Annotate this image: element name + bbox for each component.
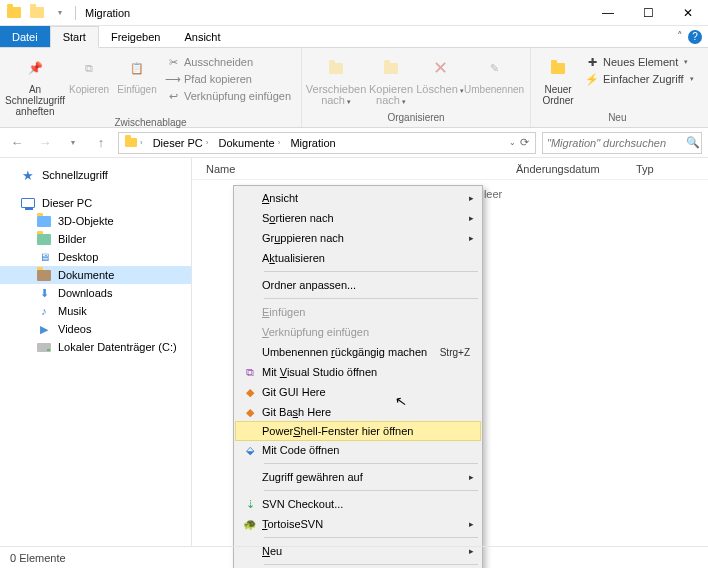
new-item-button[interactable]: ✚Neues Element▾: [581, 54, 698, 70]
ctx-sep: [264, 298, 478, 299]
ctx-group[interactable]: Gruppieren nach▸: [236, 228, 480, 248]
tree-music[interactable]: ♪Musik: [0, 302, 191, 320]
ctx-grant-access[interactable]: Zugriff gewähren auf▸: [236, 467, 480, 487]
recent-dropdown[interactable]: ▾: [62, 132, 84, 154]
crumb-root-icon[interactable]: ›: [121, 138, 147, 147]
navigation-tree[interactable]: ★Schnellzugriff Dieser PC 3D-Objekte Bil…: [0, 158, 192, 546]
tree-downloads[interactable]: ⬇Downloads: [0, 284, 191, 302]
ctx-powershell-here[interactable]: PowerShell-Fenster hier öffnen: [235, 421, 481, 441]
desktop-icon: 🖥: [36, 249, 52, 265]
ribbon-group-new: Neuer Ordner ✚Neues Element▾ ⚡Einfacher …: [531, 48, 704, 127]
ctx-open-code[interactable]: ⬙Mit Code öffnen: [236, 440, 480, 460]
ctx-sep: [264, 537, 478, 538]
qat-dropdown[interactable]: ▾: [50, 3, 70, 23]
vscode-icon: ⬙: [240, 442, 260, 458]
tree-videos[interactable]: ▶Videos: [0, 320, 191, 338]
ctx-refresh[interactable]: Aktualisieren: [236, 248, 480, 268]
rename-button[interactable]: ✎ Umbenennen: [464, 50, 524, 95]
search-icon[interactable]: 🔍: [686, 136, 700, 149]
ctx-paste-link: Verknüpfung einfügen: [236, 322, 480, 342]
delete-button[interactable]: ✕ Löschen▾: [418, 50, 462, 96]
search-box[interactable]: 🔍: [542, 132, 702, 154]
col-name[interactable]: Name: [198, 163, 508, 175]
ctx-sort[interactable]: Sortieren nach▸: [236, 208, 480, 228]
tree-thispc[interactable]: Dieser PC: [0, 194, 191, 212]
ribbon-group-clipboard: 📌 An Schnellzugriff anheften ⧉ Kopieren …: [0, 48, 302, 127]
crumb-documents[interactable]: Dokumente›: [214, 137, 284, 149]
chevron-up-icon: ˄: [672, 30, 688, 43]
crumb-migration[interactable]: Migration: [286, 137, 339, 149]
up-button[interactable]: ↑: [90, 132, 112, 154]
col-type[interactable]: Typ: [628, 163, 708, 175]
ctx-undo-rename[interactable]: Umbenennen rückgängig machenStrg+Z: [236, 342, 480, 362]
tab-file[interactable]: Datei: [0, 26, 50, 47]
new-folder-button[interactable]: Neuer Ordner: [537, 50, 579, 106]
folder-icon: [4, 3, 24, 23]
move-to-button[interactable]: Verschieben nach▾: [308, 50, 364, 107]
delete-icon: ✕: [426, 54, 454, 82]
easy-access-button[interactable]: ⚡Einfacher Zugriff▾: [581, 71, 698, 87]
ctx-view[interactable]: Ansicht▸: [236, 188, 480, 208]
address-bar[interactable]: › Dieser PC› Dokumente› Migration ⌄ ⟳: [118, 132, 536, 154]
pin-quickaccess-button[interactable]: 📌 An Schnellzugriff anheften: [6, 50, 64, 117]
copy-button[interactable]: ⧉ Kopieren: [66, 50, 112, 95]
group-label-organize: Organisieren: [308, 112, 524, 125]
group-label-new: Neu: [537, 112, 698, 125]
moveto-icon: [322, 54, 350, 82]
close-button[interactable]: ✕: [668, 0, 708, 26]
titlebar: ▾ Migration — ☐ ✕: [0, 0, 708, 26]
tree-pictures[interactable]: Bilder: [0, 230, 191, 248]
tab-view[interactable]: Ansicht: [172, 26, 232, 47]
ctx-git-gui[interactable]: ◆Git GUI Here: [236, 382, 480, 402]
tree-desktop[interactable]: 🖥Desktop: [0, 248, 191, 266]
crumb-thispc[interactable]: Dieser PC›: [149, 137, 213, 149]
rename-icon: ✎: [480, 54, 508, 82]
copyto-icon: [377, 54, 405, 82]
ctx-git-bash[interactable]: ◆Git Bash Here: [236, 402, 480, 422]
tree-localdisk[interactable]: Lokaler Datenträger (C:): [0, 338, 191, 356]
newitem-icon: ✚: [585, 55, 599, 69]
separator: [75, 6, 76, 20]
path-icon: ⟶: [166, 72, 180, 86]
ctx-tortoisesvn[interactable]: 🐢TortoiseSVN▸: [236, 514, 480, 534]
tree-quickaccess[interactable]: ★Schnellzugriff: [0, 166, 191, 184]
ribbon-collapse[interactable]: ˄ ?: [666, 26, 708, 47]
paste-icon: 📋: [123, 54, 151, 82]
cut-button[interactable]: ✂Ausschneiden: [162, 54, 295, 70]
back-button[interactable]: ←: [6, 132, 28, 154]
download-icon: ⬇: [36, 285, 52, 301]
maximize-button[interactable]: ☐: [628, 0, 668, 26]
visualstudio-icon: ⧉: [240, 364, 260, 380]
pin-label: An Schnellzugriff anheften: [5, 84, 65, 117]
ctx-open-visualstudio[interactable]: ⧉Mit Visual Studio öffnen: [236, 362, 480, 382]
qat-open-icon[interactable]: [27, 3, 47, 23]
forward-button[interactable]: →: [34, 132, 56, 154]
paste-link-button[interactable]: ↩Verknüpfung einfügen: [162, 88, 295, 104]
ctx-svn-checkout[interactable]: ⇣SVN Checkout...: [236, 494, 480, 514]
ctx-sep: [264, 463, 478, 464]
window-title: Migration: [85, 7, 130, 19]
help-icon[interactable]: ?: [688, 30, 702, 44]
folder-icon: [36, 231, 52, 247]
pin-icon: 📌: [21, 54, 49, 82]
minimize-button[interactable]: —: [588, 0, 628, 26]
easyaccess-icon: ⚡: [585, 72, 599, 86]
search-input[interactable]: [547, 137, 686, 149]
status-bar: 0 Elemente: [0, 546, 708, 568]
ctx-customize[interactable]: Ordner anpassen...: [236, 275, 480, 295]
tab-start[interactable]: Start: [50, 26, 99, 48]
copy-path-button[interactable]: ⟶Pfad kopieren: [162, 71, 295, 87]
tree-3dobjects[interactable]: 3D-Objekte: [0, 212, 191, 230]
git-icon: ◆: [240, 404, 260, 420]
svn-icon: ⇣: [240, 496, 260, 512]
tortoise-icon: 🐢: [240, 516, 260, 532]
col-date[interactable]: Änderungsdatum: [508, 163, 628, 175]
ctx-paste: Einfügen: [236, 302, 480, 322]
paste-button[interactable]: 📋 Einfügen: [114, 50, 160, 95]
tab-share[interactable]: Freigeben: [99, 26, 173, 47]
history-dropdown-icon[interactable]: ⌄: [509, 138, 516, 147]
copy-to-button[interactable]: Kopieren nach▾: [366, 50, 416, 107]
tree-documents[interactable]: Dokumente: [0, 266, 191, 284]
refresh-icon[interactable]: ⟳: [520, 136, 529, 149]
git-icon: ◆: [240, 384, 260, 400]
